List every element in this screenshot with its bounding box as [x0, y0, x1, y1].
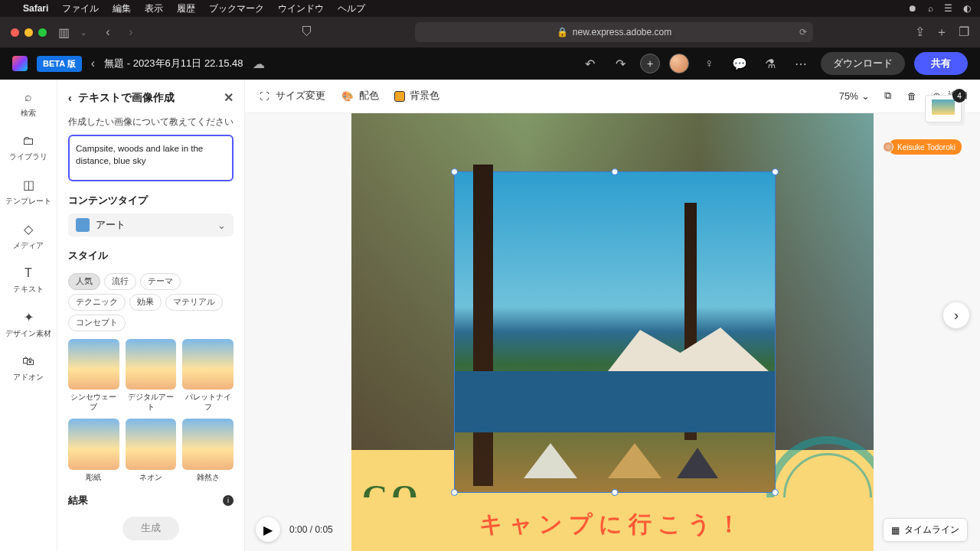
chevron-down-icon[interactable]: ⌄ — [80, 28, 87, 37]
play-button[interactable]: ▶ — [256, 517, 280, 542]
menu-bookmarks[interactable]: ブックマーク — [209, 2, 264, 15]
menu-history[interactable]: 履歴 — [177, 2, 195, 15]
panel-back-icon[interactable]: ‹ — [68, 92, 72, 104]
minimize-window-icon[interactable] — [24, 28, 33, 37]
adobe-express-logo-icon[interactable] — [12, 56, 28, 71]
resize-handle[interactable] — [612, 168, 619, 175]
tent-graphic — [608, 443, 662, 478]
styles-grid: シンセウェーブ デジタルアート パレットナイフ 彫紙 ネオン 雑然さ — [68, 339, 234, 483]
nav-text[interactable]: Tテキスト — [13, 266, 44, 295]
safari-toolbar: ▥ ⌄ ‹ › ⛉ 🔒 new.express.adobe.com ⟳ ⇪ ＋ … — [0, 17, 980, 47]
style-thumb-icon — [182, 419, 234, 470]
artboard[interactable]: GO OU キャンプに行こう！ — [351, 113, 874, 551]
nav-media[interactable]: ◇メディア — [13, 222, 44, 251]
info-icon[interactable]: i — [223, 495, 234, 506]
style-tags: 人気 流行 テーマ テクニック 効果 マテリアル コンセプト — [68, 273, 234, 331]
headline-text[interactable]: キャンプに行こう！ — [479, 509, 746, 540]
comment-icon[interactable]: 💬 — [729, 53, 750, 74]
text-icon: T — [24, 266, 32, 280]
address-bar[interactable]: 🔒 new.express.adobe.com ⟳ — [415, 22, 813, 42]
menu-view[interactable]: 表示 — [145, 2, 163, 15]
resize-handle[interactable] — [451, 489, 458, 496]
delete-icon[interactable]: 🗑 — [905, 90, 919, 103]
macos-menubar: Safari ファイル 編集 表示 履歴 ブックマーク ウインドウ ヘルプ ⏺ … — [0, 0, 980, 17]
back-icon[interactable]: ‹ — [99, 23, 117, 41]
menu-edit[interactable]: 編集 — [113, 2, 131, 15]
style-thumb-icon — [126, 419, 177, 470]
nav-addons[interactable]: 🛍アドオン — [13, 354, 44, 383]
forward-icon[interactable]: › — [122, 23, 140, 41]
spotlight-icon[interactable]: ⌕ — [928, 3, 933, 14]
resize-handle[interactable] — [772, 489, 779, 496]
invite-user-icon[interactable]: + — [640, 54, 660, 73]
resize-handle[interactable] — [772, 168, 779, 175]
menu-help[interactable]: ヘルプ — [338, 2, 365, 15]
color-swatch-icon — [394, 91, 405, 102]
prompt-input[interactable] — [68, 135, 234, 181]
menubar-app[interactable]: Safari — [23, 3, 48, 14]
zoom-control[interactable]: 75%⌄ — [839, 90, 870, 102]
user-avatar[interactable] — [669, 54, 689, 73]
tag-technique[interactable]: テクニック — [68, 294, 126, 311]
addon-icon: 🛍 — [22, 354, 34, 368]
tag-concept[interactable]: コンセプト — [68, 315, 126, 331]
style-palette-knife[interactable]: パレットナイフ — [182, 339, 234, 413]
document-title[interactable]: 無題 - 2023年6月11日 22.15.48 — [104, 57, 243, 70]
style-chaotic[interactable]: 雑然さ — [182, 419, 234, 483]
screenshare-icon[interactable]: ⏺ — [908, 3, 917, 14]
more-icon[interactable]: ⋯ — [790, 53, 812, 74]
style-synthwave[interactable]: シンセウェーブ — [68, 339, 119, 413]
style-thumb-icon — [126, 339, 177, 390]
tag-popular[interactable]: 人気 — [68, 273, 100, 290]
lightbulb-icon[interactable]: ♀ — [698, 53, 720, 74]
close-icon[interactable]: ✕ — [224, 90, 234, 105]
resize-button[interactable]: ⛶サイズ変更 — [257, 90, 325, 103]
resize-handle[interactable] — [451, 168, 458, 175]
template-icon: ◫ — [23, 178, 34, 192]
menu-window[interactable]: ウインドウ — [278, 2, 324, 15]
share-icon[interactable]: ⇪ — [915, 24, 925, 41]
style-digital-art[interactable]: デジタルアート — [126, 339, 177, 413]
new-tab-icon[interactable]: ＋ — [936, 24, 948, 41]
nav-search[interactable]: ⌕検索 — [21, 90, 36, 119]
close-window-icon[interactable] — [11, 28, 19, 37]
chevron-down-icon: ⌄ — [861, 90, 870, 102]
nav-templates[interactable]: ◫テンプレート — [5, 178, 51, 207]
tag-trending[interactable]: 流行 — [104, 273, 136, 290]
nav-elements[interactable]: ✦デザイン素材 — [5, 310, 51, 339]
selected-generated-image[interactable] — [454, 171, 776, 493]
tent-graphic — [677, 448, 718, 478]
generate-button[interactable]: 生成 — [122, 517, 179, 540]
tabs-icon[interactable]: ❐ — [959, 24, 969, 41]
refresh-icon[interactable]: ⟳ — [799, 27, 807, 37]
style-neon[interactable]: ネオン — [126, 419, 177, 483]
tag-material[interactable]: マテリアル — [165, 294, 223, 311]
redo-icon[interactable]: ↷ — [609, 53, 631, 74]
beaker-icon[interactable]: ⚗ — [760, 53, 781, 74]
nav-library[interactable]: 🗀ライブラリ — [9, 134, 47, 162]
window-controls[interactable] — [11, 28, 47, 37]
recolor-button[interactable]: 🎨配色 — [341, 90, 379, 103]
timeline-button[interactable]: ▦タイムライン — [883, 518, 968, 542]
download-button[interactable]: ダウンロード — [821, 52, 905, 75]
privacy-shield-icon[interactable]: ⛉ — [301, 25, 313, 39]
tag-effect[interactable]: 効果 — [129, 294, 162, 311]
fullscreen-window-icon[interactable] — [38, 28, 47, 37]
collaborator-cursor: Keisuke Todoroki — [889, 139, 962, 155]
resize-handle[interactable] — [612, 489, 619, 496]
header-back-icon[interactable]: ‹ — [91, 57, 95, 70]
tag-theme[interactable]: テーマ — [140, 273, 181, 290]
shapes-icon: ✦ — [24, 310, 34, 324]
duplicate-icon[interactable]: ⧉ — [880, 90, 894, 103]
style-papercut[interactable]: 彫紙 — [68, 419, 119, 483]
menu-file[interactable]: ファイル — [62, 2, 99, 15]
canvas-viewport[interactable]: GO OU キャンプに行こう！ — [245, 113, 980, 551]
siri-icon[interactable]: ◐ — [963, 3, 971, 14]
bgcolor-button[interactable]: 背景色 — [394, 90, 439, 103]
next-page-button[interactable]: › — [943, 302, 969, 328]
content-type-select[interactable]: アート ⌄ — [68, 214, 234, 236]
control-center-icon[interactable]: ☰ — [944, 3, 952, 14]
share-button[interactable]: 共有 — [914, 52, 968, 75]
undo-icon[interactable]: ↶ — [579, 53, 600, 74]
safari-sidebar-icon[interactable]: ▥ — [54, 23, 73, 41]
